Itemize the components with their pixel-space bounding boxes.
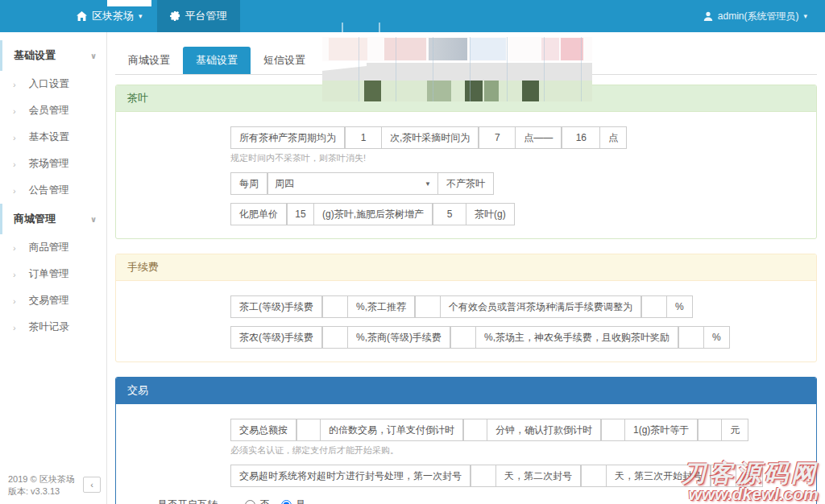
tea-price-input[interactable]: [698, 419, 722, 441]
panel-trade-title: 交易: [116, 378, 816, 404]
trade-hint: 必须实名认证，绑定支付后才能开始采购。: [230, 444, 805, 456]
tea-pick-dash-label: 点——: [516, 126, 562, 149]
trade-multiple-input[interactable]: [296, 419, 321, 441]
chevron-right-icon: ›: [13, 159, 16, 169]
transfer-no-option[interactable]: 否: [245, 498, 270, 504]
chevron-right-icon: ›: [13, 296, 16, 306]
tab-sms-settings[interactable]: 短信设置: [251, 47, 318, 74]
percent-label: %: [704, 326, 730, 349]
percent-label: %: [667, 295, 693, 318]
sidebar-section-basic-settings[interactable]: 基础设置 ∨: [0, 40, 106, 71]
chevron-right-icon: ›: [13, 186, 16, 196]
sidebar-item-product-management[interactable]: › 商品管理: [0, 234, 106, 261]
farmer-fee-input[interactable]: [322, 326, 348, 349]
tea-pick-hour-label: 点: [600, 126, 627, 149]
sidebar-item-announcement-management[interactable]: › 公告管理: [0, 177, 106, 204]
ban-days-2-input[interactable]: [581, 465, 607, 487]
worker-referral-count-input[interactable]: [415, 295, 441, 318]
trade-total-label: 交易总额按: [230, 419, 296, 441]
brand-menu[interactable]: 区块茶场 ▾: [0, 0, 157, 32]
ban-days-3-input[interactable]: [711, 465, 736, 487]
transfer-no-radio[interactable]: [245, 500, 255, 504]
sidebar-item-tea-records[interactable]: › 茶叶记录: [0, 314, 106, 341]
tea-pick-end-input[interactable]: [562, 126, 600, 149]
fertilizer-gain-input[interactable]: [433, 203, 466, 225]
chevron-down-icon: ▾: [803, 12, 807, 20]
tab-basic-settings[interactable]: 基础设置: [183, 47, 251, 74]
user-menu[interactable]: admin(系统管理员) ▾: [686, 0, 825, 32]
user-label: admin(系统管理员): [718, 10, 799, 23]
sidebar-item-basic-settings[interactable]: › 基本设置: [0, 124, 106, 151]
sidebar-item-label: 基本设置: [29, 130, 69, 144]
user-icon: [703, 11, 713, 21]
tea-cycle-label: 所有茶种产茶周期均为: [230, 126, 345, 149]
sidebar-item-entry-settings[interactable]: › 入口设置: [0, 71, 106, 97]
home-icon: [77, 11, 87, 21]
nav-item-platform-label: 平台管理: [185, 9, 227, 23]
sidebar-item-teafarm-management[interactable]: › 茶场管理: [0, 151, 106, 177]
fertilizer-price-input[interactable]: [287, 203, 314, 225]
pay-countdown-label: 的倍数交易，订单支付倒计时: [321, 419, 463, 441]
tea-price-label: 1(g)茶叶等于: [625, 419, 698, 441]
pay-countdown-input[interactable]: [463, 419, 487, 441]
version-text: 版本: v3.3.13: [8, 485, 75, 498]
sidebar-section-mall-management[interactable]: 商城管理 ∨: [0, 204, 106, 234]
tea-pick-time-label: 次,茶叶采摘时间为: [382, 126, 479, 149]
no-tea-day-select[interactable]: 周四 ▼: [267, 172, 438, 195]
sidebar-item-label: 茶叶记录: [29, 320, 69, 334]
merchant-fee-input[interactable]: [450, 326, 476, 349]
fee-adjust-input[interactable]: [641, 295, 667, 318]
transfer-yes-option[interactable]: 是: [281, 498, 306, 504]
panel-fee-title: 手续费: [116, 254, 816, 281]
chevron-right-icon: ›: [13, 133, 16, 143]
sidebar-section-label: 基础设置: [14, 48, 56, 63]
fertilizer-price-label: 化肥单价: [230, 203, 287, 225]
panel-trade: 交易 交易总额按 的倍数交易，订单支付倒计时 分钟，确认打款倒计时 1(g)茶叶…: [115, 377, 817, 504]
copyright-text: 2019 © 区块茶场: [8, 473, 75, 485]
chevron-right-icon: ›: [13, 243, 16, 253]
farmer-fee-label: 茶农(等级)手续费: [230, 326, 322, 349]
tab-mall-settings[interactable]: 商城设置: [115, 47, 183, 74]
sidebar-item-order-management[interactable]: › 订单管理: [0, 261, 106, 287]
nav-item-platform[interactable]: 平台管理: [157, 0, 240, 32]
tea-pick-start-input[interactable]: [479, 126, 516, 149]
sidebar-item-label: 交易管理: [29, 294, 69, 308]
chevron-right-icon: ›: [13, 106, 16, 116]
owner-reward-input[interactable]: [678, 326, 704, 349]
day-label: 天: [736, 465, 763, 487]
no-tea-day-value: 周四: [275, 177, 294, 191]
tea-hint: 规定时间内不采茶叶，则茶叶消失!: [230, 152, 805, 164]
confirm-countdown-input[interactable]: [601, 419, 625, 441]
ban-days-1-input[interactable]: [471, 465, 496, 487]
worker-fee-label: 茶工(等级)手续费: [230, 295, 322, 318]
chevron-right-icon: ›: [13, 323, 16, 333]
sidebar-item-member-management[interactable]: › 会员管理: [0, 97, 106, 124]
sidebar-collapse-button[interactable]: ‹: [83, 477, 101, 493]
main-content: 商城设置 基础设置 短信设置 茶叶 所有茶种产茶周期均为 次,茶叶采摘时间为 点…: [107, 32, 825, 504]
chevron-right-icon: ›: [13, 80, 16, 89]
sidebar-footer: 2019 © 区块茶场 版本: v3.3.13: [8, 473, 75, 498]
worker-fee-input[interactable]: [322, 295, 348, 318]
owner-reward-label: %,茶场主，神农免手续费，且收购茶叶奖励: [476, 326, 678, 349]
sidebar-item-label: 订单管理: [29, 267, 69, 281]
sidebar-item-label: 入口设置: [29, 77, 69, 91]
yuan-label: 元: [722, 419, 748, 441]
sidebar-item-label: 公告管理: [29, 184, 69, 197]
worker-referral-label: %,茶工推荐: [348, 295, 415, 318]
transfer-no-label: 否: [259, 498, 270, 504]
sidebar-item-label: 会员管理: [29, 104, 69, 118]
tea-cycle-input[interactable]: [345, 126, 382, 149]
transfer-yes-label: 是: [296, 498, 306, 504]
sidebar-item-trade-management[interactable]: › 交易管理: [0, 287, 106, 314]
transfer-yes-radio[interactable]: [281, 500, 292, 504]
ban-rule-label: 交易超时系统将对超时方进行封号处理，第一次封号: [230, 465, 471, 487]
gear-icon: [170, 11, 180, 22]
confirm-countdown-label: 分钟，确认打款倒计时: [487, 419, 601, 441]
ban-third-label: 天，第三次开始封号: [607, 465, 711, 487]
chevron-down-icon: ▾: [139, 12, 143, 20]
transfer-toggle-label: 是否开启互转: [127, 498, 218, 504]
fertilizer-unit-label: 茶叶(g): [466, 203, 515, 225]
sidebar-item-label: 茶场管理: [29, 157, 69, 171]
sidebar-item-label: 商品管理: [29, 241, 69, 254]
fee-adjust-label: 个有效会员或普洱茶场种满后手续费调整为: [441, 295, 641, 318]
